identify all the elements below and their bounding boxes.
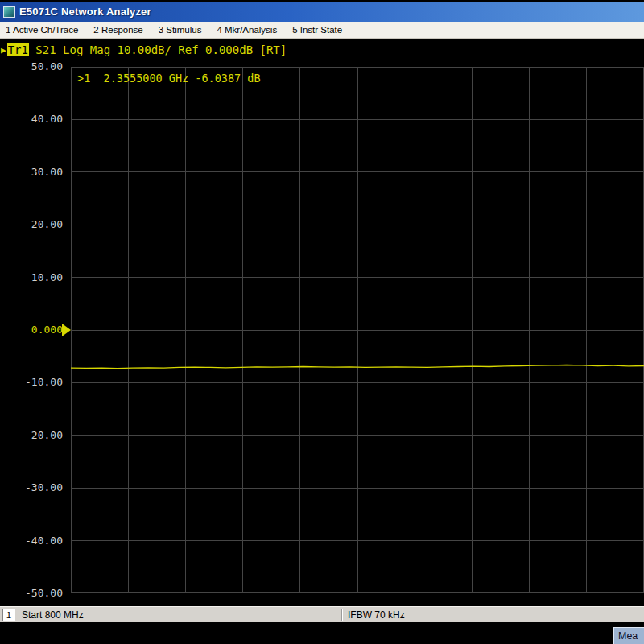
title-bar: E5071C Network Analyzer — [0, 2, 644, 22]
graticule — [71, 67, 644, 593]
y-axis-label: -30.00 — [0, 481, 63, 494]
menu-mkr-analysis[interactable]: 4 Mkr/Analysis — [217, 25, 277, 35]
softkey-meas-button[interactable]: Mea — [613, 627, 644, 644]
status-bar: 1 Start 800 MHz IFBW 70 kHz — [0, 606, 644, 622]
window-title: E5071C Network Analyzer — [19, 6, 151, 18]
y-axis-label: -50.00 — [0, 587, 63, 600]
trace1-badge[interactable]: Tr1 — [7, 43, 29, 56]
marker-readout: >1 2.3555000 GHz -6.0387 dB — [77, 72, 261, 85]
ref-level-marker-icon — [62, 324, 71, 336]
y-axis-label: 10.00 — [0, 271, 63, 284]
trace-status-line: ▶ Tr1 S21 Log Mag 10.00dB/ Ref 0.000dB [… — [1, 43, 643, 57]
menu-stimulus[interactable]: 3 Stimulus — [159, 25, 202, 35]
y-axis-label: 50.00 — [0, 60, 63, 73]
app-icon — [3, 6, 15, 18]
y-axis-label: 0.000 — [0, 324, 63, 336]
channel-number-badge: 1 — [2, 609, 15, 621]
menu-instr-state[interactable]: 5 Instr State — [292, 25, 342, 35]
trace-select-arrow-icon: ▶ — [1, 45, 6, 56]
ifbw-label: IFBW 70 kHz — [348, 609, 405, 621]
trace1-settings-text: S21 Log Mag 10.00dB/ Ref 0.000dB [RT] — [29, 43, 287, 56]
y-axis-label: 20.00 — [0, 218, 63, 231]
analyzer-screen: E5071C Network Analyzer 1 Active Ch/Trac… — [0, 0, 644, 644]
y-axis-label: -40.00 — [0, 535, 63, 547]
menu-active-ch-trace[interactable]: 1 Active Ch/Trace — [6, 25, 78, 35]
status-bar-divider — [341, 609, 343, 621]
y-axis-label: 30.00 — [0, 166, 63, 179]
plot-svg — [71, 67, 644, 593]
y-axis-label: -20.00 — [0, 429, 63, 442]
start-frequency-label: Start 800 MHz — [22, 609, 84, 621]
y-axis-label: 40.00 — [0, 113, 63, 126]
menu-response[interactable]: 2 Response — [93, 25, 142, 35]
menu-bar: 1 Active Ch/Trace 2 Response 3 Stimulus … — [0, 22, 644, 39]
y-axis-label: -10.00 — [0, 376, 63, 389]
